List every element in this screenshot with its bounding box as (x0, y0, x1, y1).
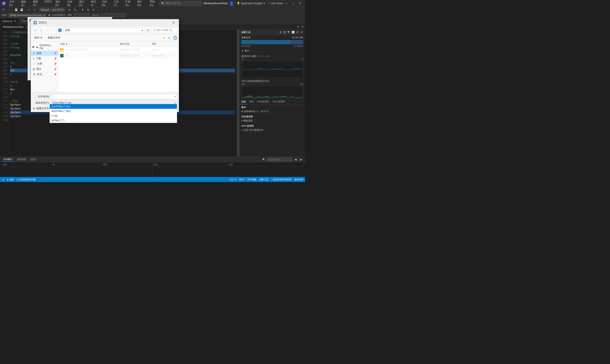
sidebar-pictures[interactable]: 🖼 图片 📌 (31, 66, 58, 72)
file-row-test[interactable]: X test 2023/10/12 15:01 Microsoft Ex (58, 53, 179, 59)
filename-input[interactable]: ▾ (51, 94, 177, 99)
maximize-button[interactable]: □ (290, 0, 297, 7)
play-btn[interactable]: ▶ (67, 7, 72, 12)
tab-locals[interactable]: 局部变量 (15, 157, 28, 161)
pause-btn[interactable]: ⏸ (80, 7, 85, 12)
bottom-search-input[interactable] (267, 158, 292, 161)
panel-zoom-in-icon[interactable]: 🔍 (287, 31, 291, 34)
diag-tools-btn[interactable]: 诊断工具 (259, 178, 268, 181)
dialog-close-button[interactable]: ✕ (171, 20, 176, 25)
sidebar-download[interactable]: ⬇ 下载 📌 (31, 56, 58, 61)
undo-btn[interactable]: ↩ (27, 7, 31, 12)
thread-input[interactable] (73, 13, 90, 17)
tab-form1cs-close[interactable]: ✕ (14, 20, 16, 23)
split-icon[interactable]: ⊞ (301, 25, 304, 28)
dropdown-all[interactable]: all files (*.*) (50, 118, 177, 123)
save-btn[interactable]: 💾 (19, 7, 24, 12)
panel-chart-icon[interactable]: 📊 (291, 31, 295, 34)
breadcrumb-project[interactable]: WindowsFormsTest (1, 24, 26, 30)
tab-events[interactable]: 事件 (248, 100, 256, 104)
menu-git[interactable]: Git(G) (43, 0, 53, 7)
tab-auto-window[interactable]: 自动窗口 (2, 157, 14, 162)
menu-file[interactable]: 文件(F) (8, 0, 19, 7)
dropdown-txt[interactable]: (*.txt) (50, 113, 177, 118)
forward-btn[interactable]: ↻ (6, 7, 11, 12)
cpu-target-dropdown[interactable]: Any CPU ▾ (51, 8, 64, 12)
menu-project[interactable]: 项目(P) (54, 0, 65, 7)
minimize-button[interactable]: ─ (283, 0, 290, 7)
dropdown-excel[interactable]: Excel files (*.xls) (50, 104, 177, 109)
panel-camera-icon[interactable]: 📷 (283, 31, 286, 34)
restart-btn[interactable]: ↻ (91, 7, 96, 12)
tab-cpu[interactable]: CPU 使用率 (271, 100, 286, 104)
menu-test[interactable]: 测试(I) (89, 0, 100, 7)
tab-memory[interactable]: 内存使用率 (256, 100, 271, 104)
menu-edit[interactable]: 编辑(E) (19, 0, 31, 7)
redo-btn[interactable]: ↪ (32, 7, 37, 12)
panel-pin-icon[interactable]: 📌 (296, 31, 299, 34)
file-row-s7[interactable]: 📁 S7_pro1_20231010 2023/10/10 15:35 文件夹 (58, 47, 179, 53)
user-avatar[interactable]: 👤 (229, 1, 234, 6)
panel-settings-icon[interactable]: ⚙ (279, 31, 282, 34)
menu-window[interactable]: 窗口(W) (136, 0, 148, 7)
liveshare-btn[interactable]: ↗ Live Share (268, 2, 283, 5)
attach-btn[interactable]: 📎 (73, 7, 78, 12)
editor-scrollbar[interactable] (237, 30, 239, 156)
status-crlf[interactable]: CRLF (239, 178, 245, 181)
settings-icon[interactable]: ⚙ (297, 25, 300, 28)
menu-extend[interactable]: 扩展(X) (124, 0, 135, 7)
debug-mode-dropdown[interactable]: Debug ▾ (40, 8, 50, 12)
menu-analyze[interactable]: 分析(N) (100, 0, 112, 7)
list-view-btn[interactable]: ≡ (162, 36, 166, 40)
tab-summary[interactable]: 摘要 (240, 100, 248, 104)
stop-btn[interactable]: ⏹ (86, 7, 90, 12)
nav-back-btn[interactable]: ◀ (33, 28, 38, 33)
menu-help[interactable]: 帮助(H) (148, 0, 160, 7)
menu-debug[interactable]: 调试(D) (77, 0, 89, 7)
address-bar[interactable]: › 桌面 ▾ (56, 27, 145, 33)
dialog-file-list[interactable]: 名称 ▲ 修改日期 类型 📁 S7_pro1_20231010 2023/10/… (58, 41, 179, 92)
panel-close-icon[interactable]: ✕ (300, 31, 303, 34)
organize-btn[interactable]: 组织 ▼ (33, 35, 44, 40)
dropdown-word[interactable]: Word files (*.doc) (50, 109, 177, 113)
new-folder-btn[interactable]: 新建文件夹 (46, 35, 62, 40)
next-btn[interactable]: ▶ (299, 157, 303, 162)
tab-watch[interactable]: 监视 1 (29, 157, 39, 161)
sep5 (79, 8, 79, 12)
step-into-btn[interactable]: ↓ (99, 7, 103, 12)
refresh-btn[interactable]: ↻ (146, 28, 151, 33)
save-all-btn[interactable]: 💾 (14, 7, 18, 12)
status-zoom[interactable]: 121 % (230, 178, 236, 181)
view-dropdown-btn[interactable]: ▾ (167, 36, 172, 40)
global-search[interactable]: 🔍 搜索 (Ctrl+Q) (160, 1, 202, 6)
select-repo-btn[interactable]: 选择仓库 (294, 178, 303, 181)
status-problems[interactable]: ⊙ 未找到相关问题 (16, 178, 36, 181)
status-branch[interactable]: ⎇ (2, 178, 4, 181)
sidebar-documents[interactable]: 📄 文档 📌 (31, 61, 58, 66)
prev-btn[interactable]: ◀ (293, 157, 298, 162)
save-as-dialog[interactable]: 📋 另存为 ✕ ◀ ▶ ▾ ↑ › 桌面 ▾ ↻ 在 桌面 中搜索 🔍 (31, 19, 179, 112)
bottom-search-btn[interactable]: 🔍 (261, 157, 266, 162)
filetype-dropdown-menu[interactable]: Excel files (*.xls) Word files (*.doc) (… (50, 104, 177, 123)
help-btn[interactable]: ? (173, 36, 177, 40)
app-insights-btn[interactable]: 💡 Application Insights ▾ (235, 1, 266, 5)
step-out-btn[interactable]: ↑ (110, 7, 114, 12)
sidebar-desktop[interactable]: 🖥 桌面 📌 (31, 51, 58, 56)
menu-build[interactable]: 生成(B) (66, 0, 77, 7)
process-select[interactable]: [9308] WindowsFormsTest.exe (8, 13, 46, 17)
sidebar-onedrive[interactable]: ▶ ☁ OneDrive - Per (31, 43, 58, 51)
tab-form1cs[interactable]: Form1.cs ✕ (0, 18, 19, 24)
sidebar-music[interactable]: 🎵 音乐 📌 (31, 72, 58, 77)
step-over-btn[interactable]: → (104, 7, 109, 12)
add-source-btn[interactable]: ↑ 添加到源代码管理 (271, 178, 291, 181)
callstack-btn[interactable]: 并行堆栈 (247, 178, 257, 181)
close-button[interactable]: ✕ (297, 0, 303, 7)
search-box[interactable]: 在 桌面 中搜索 🔍 (152, 27, 177, 33)
nav-forward-btn[interactable]: ▶ (39, 28, 44, 33)
back-btn[interactable]: ↺ (1, 7, 5, 12)
menu-tools[interactable]: 工具(T) (112, 0, 123, 7)
menu-view[interactable]: 视图(V) (31, 0, 42, 7)
nav-recent-btn[interactable]: ▾ (44, 28, 50, 33)
location-input[interactable] (101, 13, 126, 17)
nav-up-btn[interactable]: ↑ (50, 28, 55, 33)
